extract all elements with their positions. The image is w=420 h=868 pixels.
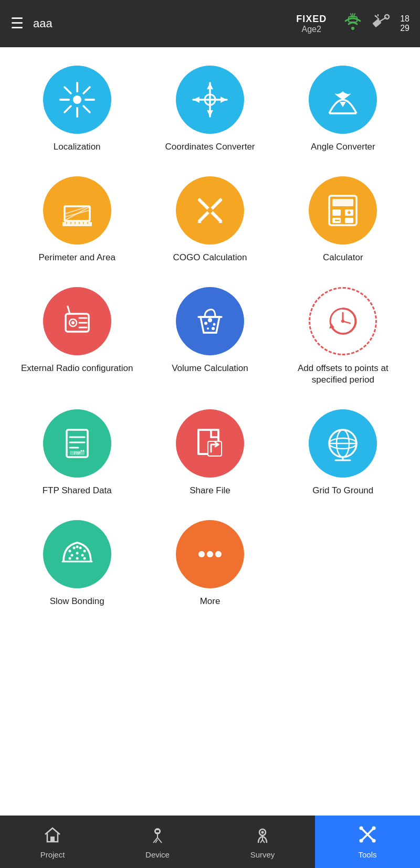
tool-volume[interactable]: Volume Calculation — [143, 279, 276, 396]
menu-button[interactable]: ☰ — [10, 16, 23, 31]
share-icon-circle — [176, 409, 244, 478]
svg-point-73 — [82, 450, 84, 452]
nav-tools-label: Tools — [358, 850, 376, 859]
tool-calculator[interactable]: Calculator — [277, 168, 410, 274]
svg-point-72 — [80, 450, 82, 452]
grid-icon-circle — [309, 409, 377, 478]
svg-point-96 — [215, 551, 222, 557]
svg-point-111 — [360, 826, 363, 830]
gps-status: FIXED — [296, 14, 327, 25]
more-label: More — [200, 596, 220, 607]
svg-marker-20 — [207, 83, 213, 89]
svg-point-86 — [79, 547, 81, 549]
localization-label: Localization — [54, 141, 101, 153]
more-icon-circle — [176, 520, 244, 588]
tool-radio[interactable]: External Radio configuration — [10, 279, 143, 396]
ftp-icon-circle: FTP — [43, 409, 111, 478]
satellite-icon — [371, 11, 393, 37]
tool-coordinates[interactable]: Coordinates Converter — [143, 58, 276, 163]
perimeter-icon-circle — [43, 176, 111, 245]
svg-point-95 — [207, 551, 213, 557]
tool-share[interactable]: Share File — [143, 401, 276, 507]
sat-top: 18 — [400, 14, 410, 24]
bottom-nav: Project Device — [0, 816, 420, 868]
angle-label: Angle Converter — [311, 141, 375, 153]
svg-marker-23 — [220, 97, 227, 103]
svg-point-88 — [70, 554, 73, 557]
tool-angle[interactable]: Angle Converter — [277, 58, 410, 163]
svg-point-83 — [68, 550, 71, 553]
svg-line-15 — [83, 87, 90, 93]
nav-survey[interactable]: Survey — [210, 816, 315, 868]
svg-point-8 — [73, 96, 81, 104]
svg-line-26 — [66, 210, 89, 217]
svg-line-14 — [83, 106, 90, 112]
volume-icon-circle — [176, 287, 244, 355]
svg-point-58 — [213, 323, 215, 326]
svg-point-65 — [341, 320, 344, 323]
perimeter-label: Perimeter and Area — [38, 252, 115, 263]
svg-point-114 — [360, 839, 363, 842]
grid-label: Grid To Ground — [312, 485, 373, 496]
tool-ftp[interactable]: FTP FTP Shared Data — [10, 401, 143, 507]
svg-point-0 — [351, 27, 354, 30]
home-icon — [43, 825, 62, 848]
slow-label: Slow Bonding — [50, 596, 104, 607]
volume-label: Volume Calculation — [172, 363, 248, 374]
tool-perimeter[interactable]: Perimeter and Area — [10, 168, 143, 274]
svg-point-57 — [208, 318, 212, 322]
svg-rect-42 — [332, 209, 341, 216]
nav-tools[interactable]: Tools — [315, 816, 420, 868]
coordinates-label: Coordinates Converter — [165, 141, 255, 153]
survey-icon — [253, 825, 272, 848]
nav-device[interactable]: Device — [105, 816, 210, 868]
tool-slow[interactable]: Slow Bonding — [10, 512, 143, 618]
wifi-block — [341, 13, 364, 35]
tool-offsets[interactable]: Add offsets to points at specified perio… — [277, 279, 410, 396]
svg-rect-41 — [332, 199, 353, 206]
offsets-icon-circle — [309, 287, 377, 355]
tool-localization[interactable]: Localization — [10, 58, 143, 163]
offsets-label: Add offsets to points at specified perio… — [281, 363, 405, 386]
svg-point-112 — [372, 839, 376, 842]
svg-point-60 — [212, 327, 215, 330]
satellite-block: 18 29 — [371, 11, 410, 37]
calculator-icon-circle — [309, 176, 377, 245]
svg-point-106 — [261, 831, 264, 833]
svg-rect-45 — [345, 218, 353, 223]
nav-project-label: Project — [40, 850, 65, 859]
svg-point-91 — [68, 557, 71, 560]
ftp-label: FTP Shared Data — [43, 485, 112, 496]
svg-point-56 — [204, 322, 207, 325]
svg-point-89 — [76, 552, 78, 555]
tools-content: Localization Coordinates Converter — [0, 47, 420, 816]
svg-rect-99 — [155, 830, 160, 833]
radio-icon-circle — [43, 287, 111, 355]
tools-grid: Localization Coordinates Converter — [5, 58, 415, 618]
coordinates-icon-circle — [176, 66, 244, 134]
svg-point-52 — [71, 321, 75, 324]
tool-cogo[interactable]: COGO Calculation — [143, 168, 276, 274]
tool-grid[interactable]: Grid To Ground — [277, 401, 410, 507]
tool-more[interactable]: More — [143, 512, 276, 618]
svg-text:FTP: FTP — [74, 451, 81, 455]
header: ☰ aaa FIXED Age2 — [0, 0, 420, 47]
sat-bottom: 29 — [400, 24, 410, 33]
svg-line-108 — [262, 840, 265, 843]
cogo-icon-circle — [176, 176, 244, 245]
nav-device-label: Device — [145, 850, 170, 859]
share-label: Share File — [190, 485, 230, 496]
nav-project[interactable]: Project — [0, 816, 105, 868]
svg-line-13 — [65, 87, 71, 93]
tools-icon — [358, 825, 377, 848]
svg-point-90 — [81, 554, 83, 557]
svg-marker-21 — [207, 110, 213, 117]
svg-point-85 — [76, 546, 78, 548]
svg-line-50 — [68, 306, 70, 314]
radio-label: External Radio configuration — [21, 363, 133, 374]
satellite-numbers: 18 29 — [400, 14, 410, 33]
svg-point-87 — [83, 550, 86, 553]
svg-point-92 — [76, 557, 78, 560]
svg-line-102 — [158, 838, 162, 843]
status-block: FIXED Age2 — [296, 14, 327, 34]
